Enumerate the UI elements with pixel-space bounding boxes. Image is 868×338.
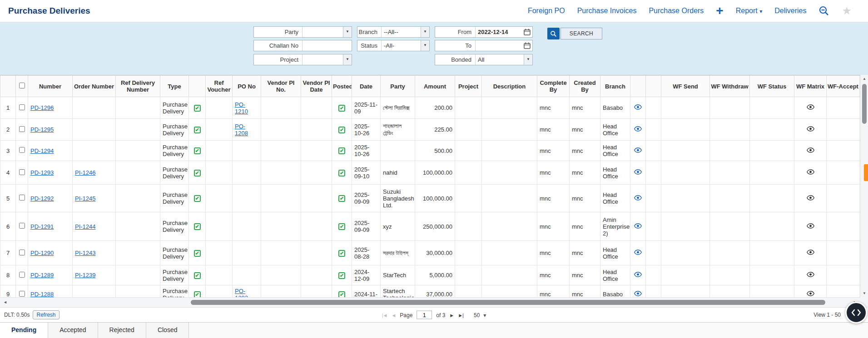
delivery-number-link[interactable]: PD-1290 — [30, 250, 54, 256]
col-header-ref-voucher[interactable]: Ref Voucher — [206, 76, 233, 97]
row-checkbox[interactable] — [19, 272, 25, 278]
refresh-button[interactable]: Refresh — [33, 310, 59, 319]
po-number-link[interactable]: PO-1210 — [235, 101, 248, 115]
nav-purchase-orders[interactable]: Purchase Orders — [649, 7, 704, 15]
calendar-icon[interactable] — [524, 42, 531, 49]
search-button[interactable]: SEARCH — [560, 28, 602, 39]
wf-matrix-eye-icon[interactable] — [807, 147, 814, 153]
next-page-button[interactable]: ► — [449, 312, 454, 318]
horizontal-scrollbar[interactable]: ◄ ► — [0, 297, 860, 307]
page-input[interactable] — [417, 311, 432, 319]
project-select[interactable]: ▼ — [302, 54, 352, 65]
calendar-icon[interactable] — [524, 29, 531, 35]
wf-matrix-eye-icon[interactable] — [807, 169, 814, 175]
view-eye-icon[interactable] — [634, 223, 642, 229]
vertical-scrollbar[interactable]: ▲ ▼ — [860, 75, 868, 297]
view-eye-icon[interactable] — [634, 104, 642, 110]
view-eye-icon[interactable] — [634, 195, 642, 201]
report-menu[interactable]: Report ▾ — [736, 7, 763, 15]
order-number-link[interactable]: PI-1245 — [75, 195, 96, 202]
col-header-created-by[interactable]: Created By — [570, 76, 600, 97]
row-checkbox[interactable] — [19, 250, 25, 255]
row-checkbox[interactable] — [19, 126, 25, 132]
wf-matrix-eye-icon[interactable] — [807, 126, 814, 132]
order-number-link[interactable]: PI-1246 — [75, 169, 96, 176]
row-checkbox[interactable] — [19, 291, 25, 297]
chevron-down-icon[interactable]: ▼ — [343, 27, 352, 37]
tab-accepted[interactable]: Accepted — [48, 323, 98, 338]
view-eye-icon[interactable] — [634, 126, 642, 132]
col-header-posted[interactable]: Posted — [332, 76, 352, 97]
delivery-number-link[interactable]: PD-1292 — [30, 195, 54, 202]
col-header-date[interactable]: Date — [352, 76, 381, 97]
order-number-link[interactable]: PI-1244 — [75, 223, 96, 230]
scroll-up-icon[interactable]: ▲ — [861, 77, 868, 81]
col-header-wf-accept[interactable]: WF-Accept — [827, 76, 860, 97]
view-eye-icon[interactable] — [634, 147, 642, 153]
tab-rejected[interactable]: Rejected — [98, 323, 146, 338]
chevron-down-icon[interactable]: ▼ — [421, 40, 429, 51]
row-checkbox[interactable] — [19, 169, 25, 175]
party-select[interactable]: ▼ — [302, 27, 352, 37]
po-number-link[interactable]: PO-1202 — [235, 288, 248, 298]
row-checkbox[interactable] — [19, 223, 25, 229]
col-header-ref-delivery[interactable]: Ref Delivery Number — [116, 76, 160, 97]
add-icon[interactable]: + — [716, 6, 723, 15]
zoom-search-icon[interactable] — [818, 5, 829, 16]
bonded-select[interactable]: All ▼ — [475, 54, 532, 65]
wf-matrix-eye-icon[interactable] — [807, 223, 814, 229]
col-header-description[interactable]: Description — [482, 76, 537, 97]
chevron-down-icon[interactable]: ▼ — [343, 54, 352, 65]
nav-purchase-invoices[interactable]: Purchase Invoices — [577, 7, 637, 15]
col-header-number[interactable]: Number — [28, 76, 73, 97]
col-header-wf-status[interactable]: WF Status — [750, 76, 794, 97]
col-header-amount[interactable]: Amount — [415, 76, 455, 97]
col-header-wf-matrix[interactable]: WF Matrix — [794, 76, 827, 97]
search-icon[interactable] — [547, 28, 560, 39]
delivery-number-link[interactable]: PD-1288 — [30, 291, 54, 297]
prev-page-button[interactable]: ◄ — [391, 312, 396, 318]
col-header-wf-withdraw[interactable]: WF Withdraw — [710, 76, 750, 97]
first-page-button[interactable]: |◄ — [382, 312, 387, 318]
to-date-input[interactable] — [475, 40, 532, 51]
nav-foreign-po[interactable]: Foreign PO — [528, 7, 565, 15]
tab-closed[interactable]: Closed — [146, 323, 189, 338]
col-header-vendor-pi-date[interactable]: Vendor PI Date — [301, 76, 332, 97]
order-number-link[interactable]: PI-1239 — [75, 272, 96, 279]
row-checkbox[interactable] — [19, 195, 25, 201]
challan-input[interactable] — [302, 40, 352, 51]
order-number-link[interactable]: PI-1243 — [75, 250, 96, 256]
po-number-link[interactable]: PO-1208 — [235, 123, 248, 137]
col-header-po-no[interactable]: PO No — [233, 76, 261, 97]
vertical-scrollbar-thumb[interactable] — [862, 84, 867, 124]
view-eye-icon[interactable] — [634, 169, 642, 175]
tab-pending[interactable]: Pending — [0, 323, 48, 338]
nav-deliveries[interactable]: Deliveries — [774, 7, 806, 15]
view-eye-icon[interactable] — [634, 272, 642, 277]
scroll-down-icon[interactable]: ▼ — [861, 291, 868, 295]
wf-matrix-eye-icon[interactable] — [807, 195, 814, 201]
code-widget-button[interactable] — [845, 302, 867, 323]
col-header-wf-send[interactable]: WF Send — [661, 76, 710, 97]
from-date-input[interactable]: 2022-12-14 — [475, 27, 532, 37]
wf-matrix-eye-icon[interactable] — [807, 291, 814, 296]
horizontal-scrollbar-thumb[interactable] — [191, 300, 825, 305]
chevron-down-icon[interactable]: ▼ — [421, 27, 429, 37]
status-select[interactable]: -All- ▼ — [381, 40, 429, 51]
page-size-select[interactable]: 50 ▾ — [474, 312, 486, 318]
col-header-complete-by[interactable]: Complete By — [537, 76, 570, 97]
row-checkbox[interactable] — [19, 147, 25, 153]
wf-matrix-eye-icon[interactable] — [807, 250, 814, 255]
delivery-number-link[interactable]: PD-1293 — [30, 169, 54, 176]
delivery-number-link[interactable]: PD-1296 — [30, 104, 54, 111]
wf-matrix-eye-icon[interactable] — [807, 104, 814, 110]
view-eye-icon[interactable] — [634, 291, 642, 296]
col-header-type[interactable]: Type — [160, 76, 189, 97]
view-eye-icon[interactable] — [634, 250, 642, 255]
delivery-number-link[interactable]: PD-1291 — [30, 223, 54, 230]
col-header-vendor-pi-no[interactable]: Vendor PI No. — [261, 76, 301, 97]
favorite-star-icon[interactable]: ★ — [842, 6, 852, 15]
select-all-checkbox[interactable] — [19, 83, 25, 88]
branch-select[interactable]: --All-- ▼ — [381, 27, 429, 37]
col-header-order-number[interactable]: Order Number — [73, 76, 116, 97]
